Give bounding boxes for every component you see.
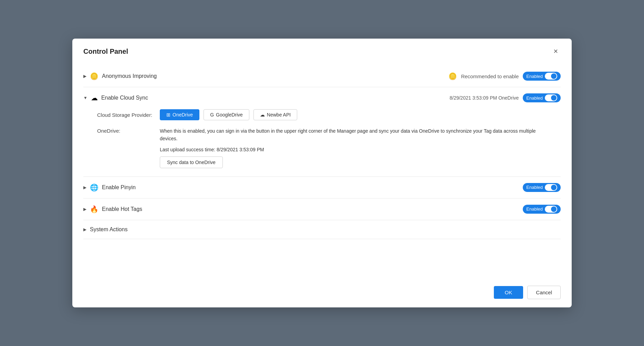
chevron-icon-pinyin[interactable]: ▶ [83, 185, 86, 190]
dialog-footer: OK Cancel [72, 280, 572, 307]
section-right-anonymous: 🪙 Recommended to enable Enabled [448, 72, 561, 81]
provider-onedrive[interactable]: ⊞ OneDrive [160, 109, 199, 120]
system-actions-label: System Actions [90, 226, 127, 233]
googledrive-btn-label: GoogleDrive [216, 112, 243, 118]
dialog-title: Control Panel [83, 48, 128, 55]
onedrive-btn-label: OneDrive [173, 112, 193, 118]
toggle-switch-hot-tags [545, 206, 557, 213]
section-left: ▶ 🪙 Anonymous Improving [83, 72, 157, 80]
toggle-label-anonymous: Enabled [526, 74, 543, 79]
provider-googledrive[interactable]: G GoogleDrive [204, 109, 249, 120]
toggle-pinyin[interactable]: Enabled [523, 183, 561, 192]
recommended-text: Recommended to enable [461, 73, 519, 79]
cloud-sync-label: Enable Cloud Sync [101, 95, 148, 101]
hot-tags-left: ▶ 🔥 Enable Hot Tags [83, 205, 142, 213]
newbe-icon: ☁ [260, 112, 265, 118]
toggle-label-hot-tags: Enabled [526, 206, 543, 212]
hot-tags-right: Enabled [523, 205, 561, 214]
toggle-label-cloud: Enabled [526, 95, 543, 101]
toggle-anonymous[interactable]: Enabled [523, 72, 561, 81]
hot-tags-label: Enable Hot Tags [102, 206, 142, 212]
cloud-sync-right: 8/29/2021 3:53:09 PM OneDrive Enabled [449, 93, 561, 102]
close-button[interactable]: × [551, 45, 561, 57]
pinyin-left: ▶ 🌐 Enable Pinyin [83, 183, 136, 192]
cancel-button[interactable]: Cancel [527, 286, 561, 299]
toggle-switch-anonymous [545, 73, 557, 80]
onedrive-description: When this is enabled, you can sign in vi… [160, 127, 539, 143]
toggle-switch-cloud [545, 94, 557, 101]
anonymous-right-icon: 🪙 [448, 72, 457, 80]
section-cloud-sync: ▼ ☁ Enable Cloud Sync 8/29/2021 3:53:09 … [83, 87, 561, 177]
newbe-btn-label: Newbe API [267, 112, 291, 118]
onedrive-description-row: OneDrive: When this is enabled, you can … [83, 123, 561, 171]
googledrive-icon: G [210, 112, 214, 118]
cloud-storage-row: Cloud Storage Provider: ⊞ OneDrive G Goo… [83, 106, 561, 123]
section-pinyin: ▶ 🌐 Enable Pinyin Enabled [83, 177, 561, 199]
sync-button[interactable]: Sync data to OneDrive [160, 156, 223, 168]
cloud-sync-header: ▼ ☁ Enable Cloud Sync 8/29/2021 3:53:09 … [83, 87, 561, 106]
chevron-icon-anonymous[interactable]: ▶ [83, 74, 86, 79]
onedrive-label: OneDrive: [97, 127, 156, 168]
pinyin-icon: 🌐 [90, 183, 98, 192]
upload-time: Last upload success time: 8/29/2021 3:53… [160, 147, 539, 152]
chevron-icon-cloud[interactable]: ▼ [83, 95, 87, 100]
toggle-cloud-sync[interactable]: Enabled [523, 93, 561, 102]
section-anonymous-improving: ▶ 🪙 Anonymous Improving 🪙 Recommended to… [83, 65, 561, 87]
dialog-body: ▶ 🪙 Anonymous Improving 🪙 Recommended to… [72, 63, 572, 280]
control-panel-dialog: Control Panel × ▶ 🪙 Anonymous Improving … [72, 39, 572, 307]
chevron-icon-system[interactable]: ▶ [83, 227, 86, 232]
section-hot-tags: ▶ 🔥 Enable Hot Tags Enabled [83, 199, 561, 220]
cloud-icon: ☁ [91, 94, 98, 102]
pinyin-right: Enabled [523, 183, 561, 192]
section-system-actions: ▶ System Actions [83, 220, 561, 239]
toggle-label-pinyin: Enabled [526, 185, 543, 190]
system-actions-left: ▶ System Actions [83, 226, 127, 233]
onedrive-content: When this is enabled, you can sign in vi… [160, 127, 539, 168]
pinyin-label: Enable Pinyin [102, 184, 136, 191]
hot-tags-icon: 🔥 [90, 205, 98, 213]
toggle-switch-pinyin [545, 184, 557, 191]
anonymous-label: Anonymous Improving [102, 73, 157, 79]
cloud-sync-timestamp: 8/29/2021 3:53:09 PM OneDrive [449, 95, 519, 101]
cloud-storage-label: Cloud Storage Provider: [97, 112, 156, 118]
chevron-icon-hot-tags[interactable]: ▶ [83, 207, 86, 212]
anonymous-icon: 🪙 [90, 72, 98, 80]
cloud-sync-left: ▼ ☁ Enable Cloud Sync [83, 94, 148, 102]
dialog-header: Control Panel × [72, 39, 572, 63]
toggle-hot-tags[interactable]: Enabled [523, 205, 561, 214]
ok-button[interactable]: OK [494, 286, 523, 299]
provider-newbe-api[interactable]: ☁ Newbe API [253, 109, 297, 120]
onedrive-icon: ⊞ [166, 112, 170, 118]
